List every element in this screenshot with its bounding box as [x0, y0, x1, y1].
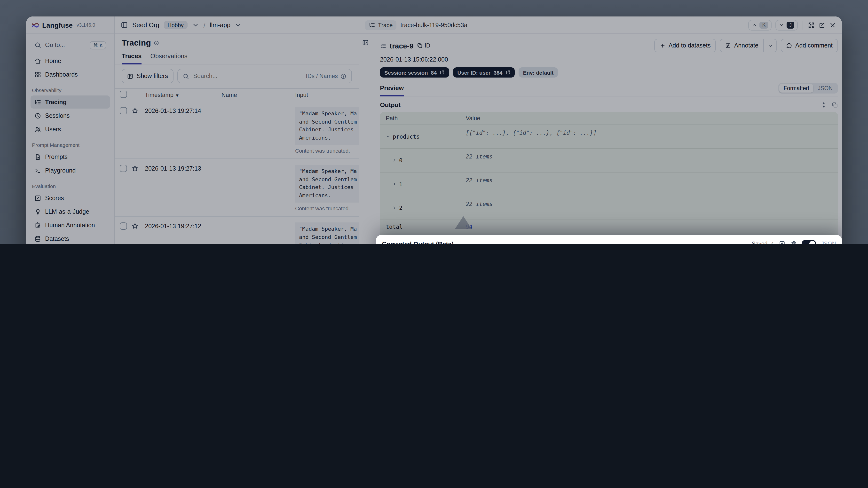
- expand-right-icon[interactable]: [392, 206, 397, 210]
- column-timestamp[interactable]: Timestamp ▼: [145, 91, 221, 98]
- sidebar-item-dashboards[interactable]: Dashboards: [31, 68, 110, 81]
- sidebar-item-users[interactable]: Users: [31, 123, 110, 136]
- annotate-dropdown-button[interactable]: [764, 39, 777, 52]
- search-box[interactable]: IDs / Names: [177, 69, 352, 83]
- trace-tree-icon: [380, 42, 386, 49]
- star-cell: [131, 165, 145, 174]
- info-icon[interactable]: [154, 40, 159, 46]
- sidebar-item-label: LLM-as-a-Judge: [45, 208, 89, 215]
- search-icon: [34, 42, 41, 49]
- tab-traces[interactable]: Traces: [122, 52, 142, 64]
- org-chevron-icon[interactable]: [192, 21, 199, 29]
- expand-icon[interactable]: [808, 22, 815, 28]
- detail-content: trace-9 ID Add to datasets: [372, 34, 842, 244]
- badge-env[interactable]: Env: default: [519, 67, 558, 78]
- show-filters-button[interactable]: Show filters: [122, 69, 173, 83]
- table-row[interactable]: 2026-01-13 19:27:14"Madam Speaker, Ma an…: [115, 101, 359, 159]
- sidebar-item-tracing[interactable]: Tracing: [31, 95, 110, 109]
- output-row-1[interactable]: 122 items: [380, 173, 838, 196]
- json-mode-toggle[interactable]: [802, 240, 816, 244]
- db-icon: [34, 235, 41, 242]
- sidebar-item-prompts[interactable]: Prompts: [31, 150, 110, 163]
- search-input[interactable]: [192, 72, 303, 80]
- unfold-vertical-icon[interactable]: [820, 102, 827, 108]
- file-icon: [34, 153, 41, 160]
- add-to-datasets-button[interactable]: Add to datasets: [654, 39, 716, 52]
- output-row-products[interactable]: products[{"id": ...}, {"id": ...}, {"id"…: [380, 125, 838, 149]
- row-checkbox-cell: [115, 107, 131, 116]
- org-name[interactable]: Seed Org: [132, 21, 159, 29]
- row-checkbox-cell: [115, 222, 131, 232]
- annotate-button[interactable]: Annotate: [720, 39, 764, 52]
- table-header: Timestamp ▼ Name Input: [115, 88, 359, 101]
- goto-search[interactable]: Go to... ⌘ K: [31, 38, 110, 52]
- sidebar-item-label: Playground: [45, 167, 76, 174]
- detail-header-bar: Trace trace-bulk-119-950dc53a K J: [359, 17, 842, 34]
- tab-preview[interactable]: Preview: [380, 84, 404, 96]
- trace-timestamp: 2026-01-13 15:06:22.000: [380, 56, 838, 63]
- copy-id-button[interactable]: ID: [417, 43, 430, 49]
- close-icon[interactable]: [829, 22, 836, 28]
- format-formatted[interactable]: Formatted: [779, 84, 813, 93]
- sidebar-item-label: Human Annotation: [45, 222, 95, 228]
- tree-icon: [34, 99, 41, 105]
- next-trace-button[interactable]: J: [775, 20, 798, 30]
- row-checkbox[interactable]: [120, 107, 127, 114]
- open-in-new-tab-icon[interactable]: [818, 22, 825, 28]
- prev-trace-button[interactable]: K: [748, 20, 772, 30]
- output-table-body: products[{"id": ...}, {"id": ...}, {"id"…: [380, 125, 838, 244]
- badge-user-id[interactable]: User ID: user_384: [453, 67, 515, 78]
- nav-section-label: Prompt Management: [32, 142, 108, 148]
- sidebar-item-llm-as-a-judge[interactable]: LLM-as-a-Judge: [31, 205, 110, 218]
- output-value: 94: [466, 223, 832, 230]
- sidebar-item-playground[interactable]: Playground: [31, 164, 110, 177]
- column-name[interactable]: Name: [221, 91, 295, 98]
- bulb-icon: [34, 208, 41, 215]
- badge-session[interactable]: Session: session_84: [380, 67, 449, 78]
- search-scope[interactable]: IDs / Names: [306, 73, 346, 80]
- table-row[interactable]: 2026-01-13 19:27:13"Madam Speaker, Ma an…: [115, 159, 359, 217]
- star-icon[interactable]: [131, 107, 138, 114]
- drawer-resize-grip[interactable]: [455, 216, 471, 229]
- goto-shortcut: ⌘ K: [90, 41, 106, 49]
- sidebar-item-datasets[interactable]: Datasets: [31, 232, 110, 244]
- column-input[interactable]: Input: [295, 91, 359, 98]
- row-checkbox[interactable]: [120, 222, 127, 230]
- expand-tree-panel-icon[interactable]: [362, 39, 369, 46]
- star-icon[interactable]: [131, 165, 138, 172]
- output-path-label: 2: [399, 205, 403, 211]
- external-link-icon: [440, 70, 445, 75]
- save-icon[interactable]: [779, 241, 785, 244]
- star-cell: [131, 107, 145, 116]
- table-row[interactable]: 2026-01-13 19:27:12"Madam Speaker, Ma an…: [115, 217, 359, 244]
- output-value: 22 items: [466, 201, 832, 211]
- copy-icon: [417, 43, 423, 49]
- sidebar-toggle-icon[interactable]: [121, 21, 128, 29]
- row-input-preview: "Madam Speaker, Ma and Second Gentlem Ca…: [295, 165, 359, 203]
- expand-down-icon[interactable]: [386, 134, 391, 139]
- project-name[interactable]: llm-app: [210, 21, 230, 29]
- plan-badge[interactable]: Hobby: [163, 21, 188, 29]
- row-checkbox-cell: [115, 165, 131, 174]
- tab-observations[interactable]: Observations: [150, 52, 187, 64]
- select-all-checkbox[interactable]: [120, 90, 127, 98]
- sidebar-item-scores[interactable]: Scores: [31, 191, 110, 205]
- project-chevron-icon[interactable]: [235, 21, 242, 29]
- copy-icon[interactable]: [832, 102, 838, 108]
- sidebar-item-home[interactable]: Home: [31, 54, 110, 67]
- expand-right-icon[interactable]: [392, 158, 397, 162]
- output-section-header: Output: [380, 101, 838, 109]
- output-row-2[interactable]: 222 items: [380, 196, 838, 220]
- row-checkbox[interactable]: [120, 165, 127, 172]
- sidebar-item-human-annotation[interactable]: Human Annotation: [31, 219, 110, 232]
- add-comment-button[interactable]: Add comment: [781, 39, 838, 52]
- output-row-total: total94: [380, 220, 838, 234]
- chevron-up-icon: [752, 22, 757, 28]
- trace-tabs: Traces Observations: [115, 48, 359, 64]
- sidebar-item-sessions[interactable]: Sessions: [31, 109, 110, 122]
- delete-icon[interactable]: [790, 241, 797, 244]
- output-row-0[interactable]: 022 items: [380, 149, 838, 173]
- star-icon[interactable]: [131, 222, 138, 230]
- format-json[interactable]: JSON: [813, 84, 837, 93]
- expand-right-icon[interactable]: [392, 182, 397, 186]
